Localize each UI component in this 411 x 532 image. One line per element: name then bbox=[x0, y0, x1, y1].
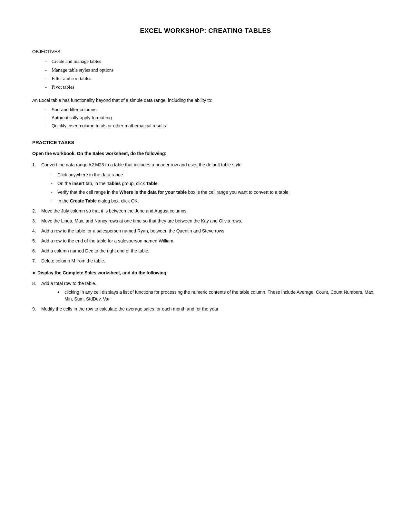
task1-sub-list: Click anywhere in the data range On the … bbox=[51, 172, 379, 204]
display-heading-text: Display the Complete Sales worksheet, an… bbox=[37, 270, 168, 275]
numbered-task-list-2: 8. Add a total row to the table. clickin… bbox=[32, 280, 379, 312]
task-item-9: 9. Modify the cells in the row to calcul… bbox=[32, 306, 379, 312]
page-title: EXCEL WORKSHOP: CREATING TABLES bbox=[32, 26, 379, 35]
task-item-5: 5. Add a row to the end of the table for… bbox=[32, 238, 379, 244]
features-list: Sort and filter columns Automatically ap… bbox=[45, 106, 379, 129]
list-item: Sort and filter columns bbox=[45, 106, 379, 113]
task-main-heading: Open the workbook. On the Sales workshee… bbox=[32, 150, 379, 157]
list-item: Filter and sort tables bbox=[45, 75, 379, 82]
list-item: In the Create Table dialog box, click OK… bbox=[51, 198, 379, 204]
task-item-2: 2. Move the July column so that it is be… bbox=[32, 208, 379, 214]
list-item: Pivot tables bbox=[45, 84, 379, 91]
objectives-section: OBJECTIVES Create and manage tables Mana… bbox=[32, 48, 379, 91]
task8-bullet-list: clicking in any cell displays a list of … bbox=[57, 289, 379, 302]
display-heading: ➤ Display the Complete Sales worksheet, … bbox=[32, 270, 379, 276]
list-item: clicking in any cell displays a list of … bbox=[57, 289, 379, 302]
task-item-6: 6. Add a column named Dec to the right e… bbox=[32, 248, 379, 254]
task-item-1: 1. Convert the data range A2:M23 to a ta… bbox=[32, 162, 379, 204]
task-item-4: 4. Add a row to the table for a salesper… bbox=[32, 228, 379, 234]
objectives-list: Create and manage tables Manage table st… bbox=[45, 58, 379, 91]
objectives-label: OBJECTIVES bbox=[32, 48, 379, 55]
task-item-7: 7. Delete column M from the table. bbox=[32, 258, 379, 264]
intro-text: An Excel table has functionality beyond … bbox=[32, 97, 379, 104]
list-item: Manage table styles and options bbox=[45, 66, 379, 74]
list-item: On the insert tab, in the Tables group, … bbox=[51, 180, 379, 187]
task-item-8: 8. Add a total row to the table. clickin… bbox=[32, 280, 379, 302]
list-item: Create and manage tables bbox=[45, 58, 379, 65]
list-item: Verify that the cell range in the Where … bbox=[51, 189, 379, 196]
list-item: Automatically apply formatting bbox=[45, 114, 379, 121]
list-item: Quickly insert column totals or other ma… bbox=[45, 123, 379, 129]
numbered-task-list: 1. Convert the data range A2:M23 to a ta… bbox=[32, 162, 379, 264]
list-item: Click anywhere in the data range bbox=[51, 172, 379, 178]
practice-tasks-heading: PRACTICE TASKS bbox=[32, 139, 379, 146]
task-item-3: 3. Move the Linda, Max, and Nancy rows a… bbox=[32, 218, 379, 224]
